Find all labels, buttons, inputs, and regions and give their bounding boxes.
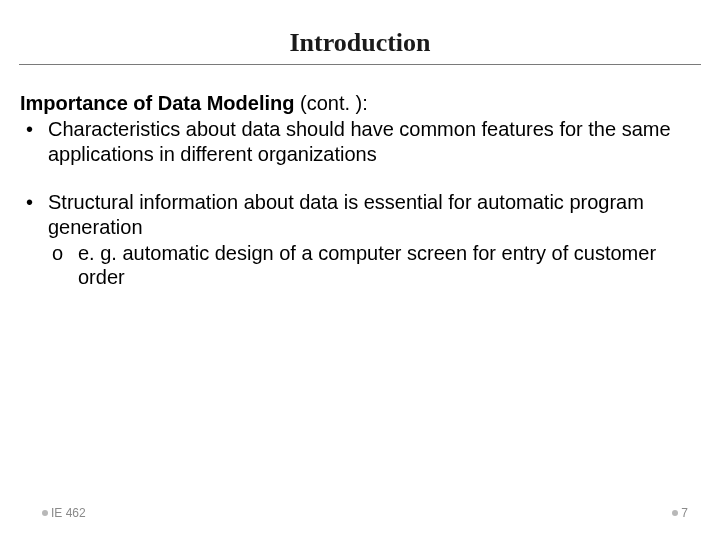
subheading: Importance of Data Modeling (cont. ):: [20, 91, 700, 115]
footer-right: 7: [672, 506, 688, 520]
bullet-text: Structural information about data is ess…: [48, 190, 700, 239]
bullet-marker-icon: •: [20, 190, 48, 214]
subheading-bold: Importance of Data Modeling: [20, 92, 294, 114]
slide-title: Introduction: [18, 28, 702, 58]
footer-left: IE 462: [42, 506, 86, 520]
sub-bullet-text: e. g. automatic design of a computer scr…: [78, 241, 700, 290]
page-number: 7: [681, 506, 688, 520]
dot-icon: [42, 510, 48, 516]
slide-container: Introduction Importance of Data Modeling…: [0, 0, 720, 540]
subheading-rest: (cont. ):: [294, 92, 367, 114]
bullet-marker-icon: •: [20, 117, 48, 141]
bullet-item: • Characteristics about data should have…: [20, 117, 700, 166]
sub-bullet-marker: o: [48, 241, 78, 265]
slide-footer: IE 462 7: [0, 506, 720, 520]
spacer: [20, 168, 700, 190]
bullet-item: • Structural information about data is e…: [20, 190, 700, 239]
course-code: IE 462: [51, 506, 86, 520]
bullet-text: Characteristics about data should have c…: [48, 117, 700, 166]
slide-content: Importance of Data Modeling (cont. ): • …: [18, 91, 702, 290]
sub-bullet-item: o e. g. automatic design of a computer s…: [48, 241, 700, 290]
dot-icon: [672, 510, 678, 516]
title-underline: [19, 64, 701, 65]
